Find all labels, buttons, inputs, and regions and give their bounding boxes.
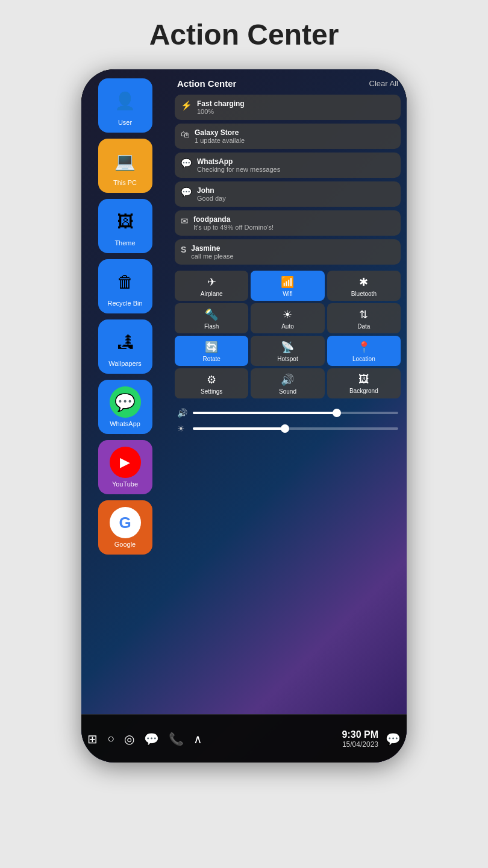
notification-list: ⚡ Fast charging 100% 🛍 Galaxy Store 1 <box>175 95 401 265</box>
sidebar-item-google[interactable]: G Google <box>98 500 152 555</box>
volume-icon: 🔊 <box>177 408 188 418</box>
whatsapp-label: WhatsApp <box>110 420 140 427</box>
bottom-nav: ⊞ ○ ◎ 💬 📞 ∧ 9:30 PM 15/04/2023 💬 <box>81 714 407 763</box>
airplane-label: Airplane <box>201 291 223 297</box>
sidebar-item-thispc[interactable]: 💻 This PC <box>98 139 152 193</box>
notif-john-icon: 💬 <box>181 187 192 198</box>
rotate-icon: 🔄 <box>205 341 218 354</box>
sound-label: Sound <box>279 388 296 395</box>
sidebar-item-user[interactable]: 👤 User <box>98 78 152 133</box>
google-icon: G <box>110 507 141 538</box>
notif-charging-text: Fast charging 100% <box>197 99 245 115</box>
volume-track[interactable] <box>193 412 398 414</box>
recycle-icon: 🗑 <box>110 266 141 297</box>
notif-foodpanda-msg: It's up to 49% off Domino's! <box>193 224 274 231</box>
hotspot-label: Hotspot <box>277 356 298 362</box>
nav-up-icon[interactable]: ∧ <box>193 732 202 746</box>
hotspot-icon: 📡 <box>281 341 294 354</box>
theme-icon: 🖼 <box>110 206 141 237</box>
notif-john[interactable]: 💬 John Good day <box>175 181 401 207</box>
flash-label: Flash <box>204 323 219 330</box>
toggle-data[interactable]: ⇅ Data <box>327 303 401 333</box>
notif-store-text: Galaxy Store 1 update availale <box>195 128 245 144</box>
settings-label: Settings <box>201 388 222 395</box>
nav-message-icon[interactable]: 💬 <box>386 732 401 746</box>
auto-icon: ☀ <box>283 308 292 321</box>
nav-windows-icon[interactable]: ⊞ <box>87 732 98 746</box>
background-label: Backgrond <box>349 388 378 394</box>
brightness-icon: ☀ <box>177 424 188 433</box>
toggle-rotate[interactable]: 🔄 Rotate <box>175 336 248 366</box>
page-title: Action Center <box>149 18 339 51</box>
notif-fast-charging[interactable]: ⚡ Fast charging 100% <box>175 95 401 120</box>
settings-icon: ⚙ <box>207 373 216 386</box>
clear-all-button[interactable]: Clear All <box>369 79 398 88</box>
brightness-fill <box>193 427 285 430</box>
brightness-track[interactable] <box>193 427 398 430</box>
slider-area: 🔊 ☀ <box>175 404 401 437</box>
phone-screen: 👤 User 💻 This PC 🖼 Theme � <box>81 69 407 763</box>
wallpapers-label: Wallpapers <box>108 360 142 367</box>
user-icon: 👤 <box>110 85 141 116</box>
notif-charging-msg: 100% <box>197 108 245 115</box>
phone-content: 👤 User 💻 This PC 🖼 Theme � <box>81 69 407 763</box>
notif-john-text: John Good day <box>197 186 226 202</box>
notif-whatsapp-icon: 💬 <box>181 158 192 169</box>
toggle-sound[interactable]: 🔊 Sound <box>251 368 324 398</box>
toggle-settings[interactable]: ⚙ Settings <box>175 368 248 398</box>
toggle-hotspot[interactable]: 📡 Hotspot <box>251 336 324 366</box>
notif-foodpanda-text: foodpanda It's up to 49% off Domino's! <box>193 215 274 231</box>
toggle-auto[interactable]: ☀ Auto <box>251 303 324 333</box>
google-label: Google <box>114 541 136 548</box>
thispc-icon: 💻 <box>110 145 141 177</box>
nav-time: 9:30 PM 15/04/2023 <box>342 729 378 749</box>
toggle-wifi[interactable]: 📶 Wifi <box>251 271 324 301</box>
notif-john-app: John <box>197 186 226 195</box>
sidebar-item-theme[interactable]: 🖼 Theme <box>98 199 152 253</box>
notif-charging-app: Fast charging <box>197 99 245 108</box>
notif-whatsapp[interactable]: 💬 WhatsApp Checking for new messages <box>175 153 401 178</box>
notif-galaxy-store[interactable]: 🛍 Galaxy Store 1 update availale <box>175 124 401 149</box>
volume-slider-row: 🔊 <box>177 408 398 418</box>
notif-store-app: Galaxy Store <box>195 128 245 137</box>
toggle-flash[interactable]: 🔦 Flash <box>175 303 248 333</box>
nav-chat-icon[interactable]: 💬 <box>144 732 159 746</box>
toggle-bluetooth[interactable]: ✱ Bluetooth <box>327 271 401 301</box>
notif-whatsapp-app: WhatsApp <box>197 157 280 166</box>
recycle-label: Recycle Bin <box>107 300 142 307</box>
nav-home-icon[interactable]: ○ <box>107 732 114 746</box>
sidebar-item-youtube[interactable]: ▶ YouTube <box>98 440 152 494</box>
sound-icon: 🔊 <box>281 373 294 386</box>
airplane-icon: ✈ <box>207 275 216 289</box>
nav-phone-icon[interactable]: 📞 <box>169 732 184 746</box>
youtube-icon: ▶ <box>110 447 141 478</box>
user-label: User <box>118 119 132 126</box>
notif-store-icon: 🛍 <box>181 129 190 139</box>
nav-search-icon[interactable]: ◎ <box>124 732 134 746</box>
nav-icons: ⊞ ○ ◎ 💬 📞 ∧ <box>87 732 342 746</box>
thispc-label: This PC <box>113 179 137 186</box>
youtube-label: YouTube <box>112 480 138 488</box>
app-sidebar: 👤 User 💻 This PC 🖼 Theme � <box>81 69 169 763</box>
notif-jasmine[interactable]: S Jasmine call me please <box>175 239 401 265</box>
sidebar-item-wallpapers[interactable]: 🏞 Wallpapers <box>98 319 152 374</box>
notif-foodpanda-app: foodpanda <box>193 215 274 224</box>
brightness-thumb[interactable] <box>281 424 289 433</box>
data-label: Data <box>357 323 370 330</box>
toggle-location[interactable]: 📍 Location <box>327 336 401 366</box>
toggle-background[interactable]: 🖼 Backgrond <box>327 368 401 398</box>
sidebar-item-whatsapp[interactable]: 💬 WhatsApp <box>98 380 152 434</box>
auto-label: Auto <box>281 323 294 330</box>
notif-charging-icon: ⚡ <box>181 100 192 111</box>
nav-clock: 9:30 PM <box>342 729 378 740</box>
phone-frame: 👤 User 💻 This PC 🖼 Theme � <box>81 69 407 763</box>
toggle-airplane[interactable]: ✈ Airplane <box>175 271 248 301</box>
notif-foodpanda-icon: ✉ <box>181 216 189 227</box>
volume-thumb[interactable] <box>333 409 341 417</box>
notif-foodpanda[interactable]: ✉ foodpanda It's up to 49% off Domino's! <box>175 210 401 236</box>
sidebar-item-recycle[interactable]: 🗑 Recycle Bin <box>98 259 152 313</box>
wallpapers-icon: 🏞 <box>110 326 141 357</box>
notif-john-msg: Good day <box>197 195 226 202</box>
action-center-panel: Action Center Clear All ⚡ Fast charging … <box>169 69 407 763</box>
flash-icon: 🔦 <box>205 308 218 321</box>
